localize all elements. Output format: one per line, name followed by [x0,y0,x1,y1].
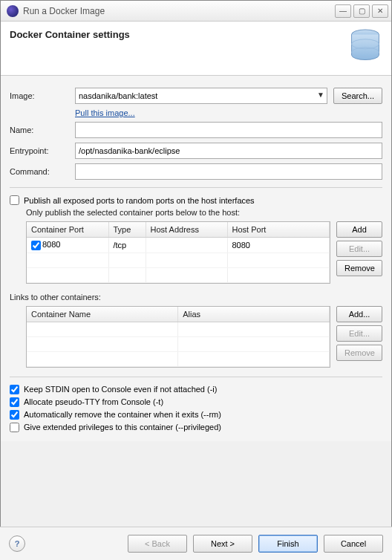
ports-edit-button[interactable]: Edit... [336,241,382,257]
links-header-name: Container Name [27,307,178,322]
help-button[interactable]: ? [9,535,25,552]
links-add-button[interactable]: Add... [336,306,382,322]
priv-label: Give extended privileges to this contain… [24,423,221,432]
tty-checkbox[interactable] [10,397,19,407]
banner-heading: Docker Container settings [10,29,130,40]
publish-all-label: Publish all exposed ports to random port… [24,196,255,205]
title-bar: Run a Docker Image — ▢ ✕ [1,1,391,22]
entrypoint-label: Entrypoint: [10,146,69,155]
stdin-label: Keep STDIN open to Console even if not a… [24,385,217,394]
minimize-button[interactable]: — [335,4,351,18]
links-section-label: Links to other containers: [10,293,382,302]
ports-remove-button[interactable]: Remove [336,260,382,276]
rm-label: Automatically remove the container when … [24,410,221,419]
entrypoint-input[interactable] [75,143,382,159]
ports-table[interactable]: Container Port Type Host Address Host Po… [26,221,330,284]
links-table[interactable]: Container Name Alias [26,306,330,368]
priv-checkbox[interactable] [10,423,19,432]
port-row-checkbox[interactable] [31,241,41,250]
publish-all-checkbox[interactable] [10,195,19,205]
ports-header-container-port: Container Port [27,222,108,238]
pull-image-link[interactable]: Pull this image... [75,108,327,117]
database-icon [348,29,382,65]
rm-checkbox[interactable] [10,410,19,420]
links-header-alias: Alias [178,307,330,322]
ports-header-host-port: Host Port [227,222,330,238]
ports-header-host-addr: Host Address [146,222,227,238]
ports-header-type: Type [108,222,146,238]
next-button[interactable]: Next > [193,535,252,553]
links-remove-button[interactable]: Remove [336,345,382,361]
name-label: Name: [10,126,69,134]
finish-button[interactable]: Finish [258,535,318,553]
window-title: Run a Docker Image [23,6,335,16]
back-button[interactable]: < Back [128,535,187,553]
publish-sub-label: Only publish the selected container port… [10,208,382,217]
command-label: Command: [10,167,69,176]
search-button[interactable]: Search... [333,88,382,104]
maximize-button[interactable]: ▢ [353,4,370,18]
command-input[interactable] [75,163,382,180]
links-edit-button[interactable]: Edit... [336,325,382,342]
stdin-checkbox[interactable] [10,385,19,394]
name-input[interactable] [75,122,382,138]
close-button[interactable]: ✕ [372,4,388,18]
eclipse-icon [7,5,19,17]
table-row: 8080 /tcp 8080 [27,238,330,253]
cancel-button[interactable]: Cancel [324,535,383,553]
image-combobox[interactable] [75,88,327,104]
ports-add-button[interactable]: Add [336,221,382,238]
image-label: Image: [10,91,69,100]
wizard-footer: ? < Back Next > Finish Cancel [0,527,392,560]
banner: Docker Container settings [1,22,391,76]
tty-label: Allocate pseudo-TTY from Console (-t) [24,397,163,406]
